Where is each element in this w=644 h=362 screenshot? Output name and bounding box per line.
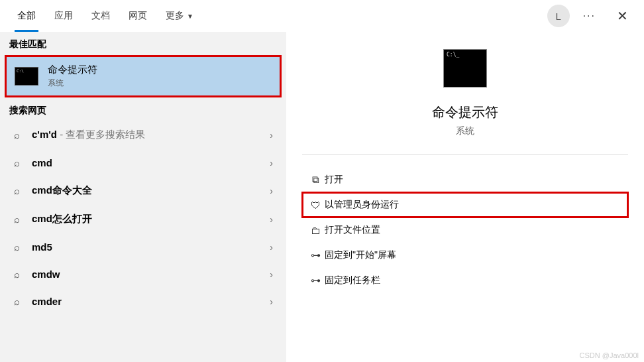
web-result-text: cmd命令大全: [32, 184, 270, 197]
action-label: 固定到"开始"屏幕: [325, 249, 396, 261]
best-match-header: 最佳匹配: [0, 32, 286, 54]
close-button[interactable]: ✕: [609, 4, 636, 28]
chevron-right-icon[interactable]: ›: [270, 214, 277, 225]
web-result-item[interactable]: ⌕ cmd命令大全 ›: [0, 176, 286, 205]
user-avatar[interactable]: L: [547, 5, 570, 27]
chevron-down-icon: ▼: [187, 13, 193, 20]
chevron-right-icon[interactable]: ›: [270, 296, 277, 307]
watermark: CSDN @Java000l: [580, 351, 639, 359]
preview-title: 命令提示符: [302, 103, 628, 121]
search-icon: ⌕: [9, 129, 24, 141]
search-icon: ⌕: [9, 213, 24, 225]
action-pin-taskbar[interactable]: ⊶ 固定到任务栏: [302, 268, 628, 293]
preview-panel: 命令提示符 系统 ⧉ 打开 🛡 以管理员身份运行 🗀 打开文件位置 ⊶ 固定到"…: [286, 32, 644, 362]
chevron-right-icon[interactable]: ›: [270, 158, 277, 168]
search-header: 全部 应用 文档 网页 更多 ▼ L ··· ✕: [0, 0, 644, 32]
action-label: 打开: [325, 174, 343, 186]
preview-header: 命令提示符 系统: [302, 45, 628, 137]
chevron-right-icon[interactable]: ›: [270, 269, 277, 280]
more-options-button[interactable]: ···: [583, 10, 596, 22]
web-results-header: 搜索网页: [0, 98, 286, 121]
action-label: 打开文件位置: [325, 224, 380, 236]
folder-icon: 🗀: [306, 225, 325, 236]
web-result-item[interactable]: ⌕ c'm'd - 查看更多搜索结果 ›: [0, 121, 286, 149]
header-right: L ··· ✕: [547, 4, 636, 28]
search-icon: ⌕: [9, 269, 24, 280]
action-open-file-location[interactable]: 🗀 打开文件位置: [302, 217, 628, 243]
tab-web[interactable]: 网页: [119, 0, 156, 32]
tab-docs[interactable]: 文档: [82, 0, 119, 32]
web-result-text: cmdw: [32, 269, 270, 280]
chevron-right-icon[interactable]: ›: [270, 130, 277, 141]
action-label: 以管理员身份运行: [325, 199, 399, 211]
preview-subtitle: 系统: [302, 125, 628, 137]
web-result-item[interactable]: ⌕ cmd ›: [0, 149, 286, 176]
best-match-text: 命令提示符 系统: [48, 64, 97, 89]
web-result-item[interactable]: ⌕ cmd怎么打开 ›: [0, 205, 286, 233]
open-icon: ⧉: [306, 174, 325, 186]
web-result-item[interactable]: ⌕ cmder ›: [0, 288, 286, 315]
search-icon: ⌕: [9, 185, 24, 196]
command-prompt-icon: [443, 49, 487, 88]
shield-icon: 🛡: [306, 200, 325, 211]
web-result-item[interactable]: ⌕ cmdw ›: [0, 261, 286, 288]
search-body: 最佳匹配 命令提示符 系统 搜索网页 ⌕ c'm'd - 查看更多搜索结果 › …: [0, 32, 644, 362]
search-icon: ⌕: [9, 296, 24, 307]
results-panel: 最佳匹配 命令提示符 系统 搜索网页 ⌕ c'm'd - 查看更多搜索结果 › …: [0, 32, 286, 362]
chevron-right-icon[interactable]: ›: [270, 186, 277, 196]
action-list: ⧉ 打开 🛡 以管理员身份运行 🗀 打开文件位置 ⊶ 固定到"开始"屏幕 ⊶ 固…: [302, 167, 628, 293]
tab-all[interactable]: 全部: [8, 0, 45, 32]
search-icon: ⌕: [9, 157, 24, 168]
tab-apps[interactable]: 应用: [45, 0, 82, 32]
action-pin-start[interactable]: ⊶ 固定到"开始"屏幕: [302, 243, 628, 268]
best-match-result[interactable]: 命令提示符 系统: [5, 56, 281, 97]
chevron-right-icon[interactable]: ›: [270, 242, 277, 253]
web-result-text: c'm'd - 查看更多搜索结果: [32, 129, 270, 141]
command-prompt-icon: [15, 67, 38, 86]
tab-more[interactable]: 更多 ▼: [156, 0, 203, 32]
web-result-item[interactable]: ⌕ md5 ›: [0, 233, 286, 261]
filter-tabs: 全部 应用 文档 网页 更多 ▼: [8, 0, 203, 32]
web-result-text: md5: [32, 241, 270, 253]
pin-icon: ⊶: [306, 249, 325, 261]
best-match-title: 命令提示符: [48, 64, 97, 76]
action-open[interactable]: ⧉ 打开: [302, 167, 628, 192]
action-label: 固定到任务栏: [325, 274, 380, 286]
web-result-text: cmd: [32, 157, 270, 168]
best-match-subtitle: 系统: [48, 78, 97, 89]
pin-icon: ⊶: [306, 274, 325, 286]
action-run-as-admin[interactable]: 🛡 以管理员身份运行: [302, 192, 628, 217]
tab-more-label: 更多: [166, 10, 184, 22]
web-result-text: cmder: [32, 296, 270, 307]
divider: [302, 154, 628, 155]
web-result-text: cmd怎么打开: [32, 213, 270, 225]
search-icon: ⌕: [9, 241, 24, 253]
